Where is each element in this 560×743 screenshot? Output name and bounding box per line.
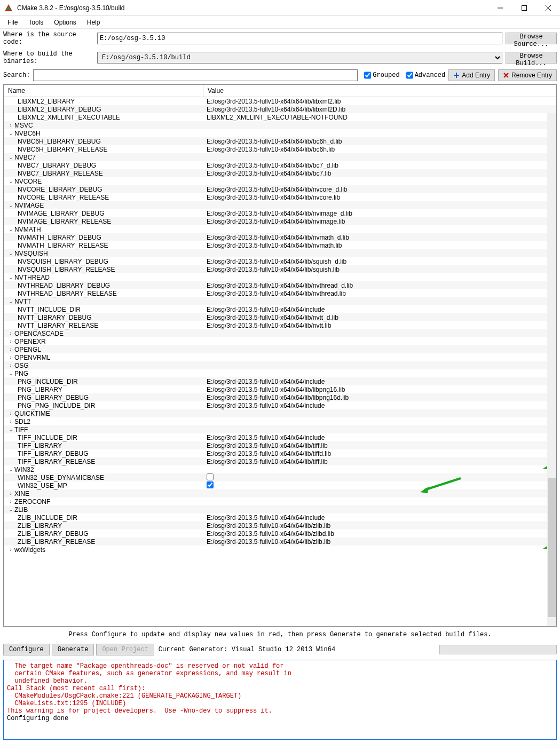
table-row[interactable]: NVBC7_LIBRARY_RELEASEE:/osg/3rd-2013.5-f… [4, 169, 556, 177]
browse-build-button[interactable]: Browse Build... [506, 52, 557, 64]
chevron-down-icon[interactable]: ⌄ [7, 507, 14, 512]
table-row[interactable]: NVSQUISH_LIBRARY_DEBUGE:/osg/3rd-2013.5-… [4, 257, 556, 265]
chevron-right-icon[interactable]: › [7, 418, 14, 424]
generate-button[interactable]: Generate [52, 644, 94, 655]
entry-value[interactable]: LIBXML2_XMLLINT_EXECUTABLE-NOTFOUND [203, 114, 556, 121]
scrollbar[interactable] [547, 113, 556, 626]
scrollbar-thumb[interactable] [548, 478, 556, 617]
table-row[interactable]: ›OPENCASCADE [4, 329, 556, 337]
configure-button[interactable]: Configure [3, 644, 50, 655]
table-row[interactable]: NVTT_LIBRARY_DEBUGE:/osg/3rd-2013.5-full… [4, 313, 556, 321]
entry-value[interactable]: E:/osg/3rd-2013.5-fullv10-x64/x64/includ… [203, 402, 556, 409]
chevron-down-icon[interactable]: ⌄ [7, 370, 14, 376]
table-row[interactable]: WIN32_USE_DYNAMICBASE [4, 473, 556, 481]
table-row[interactable]: LIBXML2_LIBRARYE:/osg/3rd-2013.5-fullv10… [4, 97, 556, 105]
entry-value[interactable]: E:/osg/3rd-2013.5-fullv10-x64/x64/lib/nv… [203, 322, 556, 329]
table-row[interactable]: ⌄NVTHREAD [4, 273, 556, 281]
chevron-right-icon[interactable]: › [7, 338, 14, 344]
entry-value[interactable]: E:/osg/3rd-2013.5-fullv10-x64/x64/lib/zl… [203, 522, 556, 529]
table-row[interactable]: ›QUICKTIME [4, 409, 556, 417]
table-row[interactable]: NVCORE_LIBRARY_RELEASEE:/osg/3rd-2013.5-… [4, 193, 556, 201]
chevron-right-icon[interactable]: › [7, 362, 14, 368]
chevron-right-icon[interactable]: › [7, 547, 14, 552]
entry-value[interactable]: E:/osg/3rd-2013.5-fullv10-x64/x64/lib/li… [203, 98, 556, 105]
entry-value[interactable]: E:/osg/3rd-2013.5-fullv10-x64/x64/lib/sq… [203, 266, 556, 273]
close-button[interactable] [536, 0, 560, 16]
grouped-checkbox[interactable]: Grouped [364, 69, 399, 81]
entry-value[interactable]: E:/osg/3rd-2013.5-fullv10-x64/x64/lib/ti… [203, 458, 556, 465]
entry-value[interactable]: E:/osg/3rd-2013.5-fullv10-x64/x64/lib/bc… [203, 138, 556, 145]
entry-value[interactable]: E:/osg/3rd-2013.5-fullv10-x64/x64/includ… [203, 306, 556, 313]
entry-value[interactable]: E:/osg/3rd-2013.5-fullv10-x64/x64/lib/nv… [203, 314, 556, 321]
chevron-right-icon[interactable]: › [7, 491, 14, 496]
value-checkbox[interactable] [207, 473, 214, 480]
table-row[interactable]: NVTT_LIBRARY_RELEASEE:/osg/3rd-2013.5-fu… [4, 321, 556, 329]
entry-value[interactable]: E:/osg/3rd-2013.5-fullv10-x64/x64/lib/nv… [203, 194, 556, 201]
table-row[interactable]: ZLIB_LIBRARY_RELEASEE:/osg/3rd-2013.5-fu… [4, 538, 556, 546]
chevron-down-icon[interactable]: ⌄ [7, 298, 14, 304]
remove-entry-button[interactable]: Remove Entry [498, 69, 557, 81]
table-row[interactable]: NVMATH_LIBRARY_RELEASEE:/osg/3rd-2013.5-… [4, 241, 556, 249]
table-row[interactable]: ⌄NVCORE [4, 177, 556, 185]
entry-value[interactable]: E:/osg/3rd-2013.5-fullv10-x64/x64/lib/nv… [203, 218, 556, 225]
table-row[interactable]: ›MSVC [4, 121, 556, 129]
source-path-input[interactable] [97, 33, 502, 44]
chevron-right-icon[interactable]: › [7, 354, 14, 360]
entry-value[interactable]: E:/osg/3rd-2013.5-fullv10-x64/x64/includ… [203, 378, 556, 385]
table-row[interactable]: ⌄WIN32 [4, 465, 556, 473]
table-row[interactable]: ›SDL2 [4, 417, 556, 425]
table-row[interactable]: ›OSG [4, 361, 556, 369]
table-row[interactable]: NVTT_INCLUDE_DIRE:/osg/3rd-2013.5-fullv1… [4, 305, 556, 313]
chevron-down-icon[interactable]: ⌄ [7, 178, 14, 184]
table-row[interactable]: PNG_LIBRARYE:/osg/3rd-2013.5-fullv10-x64… [4, 385, 556, 393]
entry-value[interactable]: E:/osg/3rd-2013.5-fullv10-x64/x64/lib/zl… [203, 530, 556, 538]
chevron-down-icon[interactable]: ⌄ [7, 250, 14, 256]
table-row[interactable]: PNG_INCLUDE_DIRE:/osg/3rd-2013.5-fullv10… [4, 377, 556, 385]
chevron-right-icon[interactable]: › [7, 330, 14, 336]
table-row[interactable]: PNG_LIBRARY_DEBUGE:/osg/3rd-2013.5-fullv… [4, 393, 556, 401]
entry-value[interactable]: E:/osg/3rd-2013.5-fullv10-x64/x64/lib/nv… [203, 282, 556, 289]
search-input[interactable] [33, 69, 358, 81]
table-row[interactable]: TIFF_LIBRARYE:/osg/3rd-2013.5-fullv10-x6… [4, 441, 556, 449]
entry-value[interactable]: E:/osg/3rd-2013.5-fullv10-x64/x64/lib/bc… [203, 170, 556, 177]
chevron-down-icon[interactable]: ⌄ [7, 130, 14, 136]
chevron-down-icon[interactable]: ⌄ [7, 202, 14, 208]
value-checkbox[interactable] [207, 481, 214, 488]
chevron-right-icon[interactable]: › [7, 122, 14, 128]
table-row[interactable]: ⌄NVBC6H [4, 129, 556, 137]
entry-value[interactable] [203, 473, 556, 482]
minimize-button[interactable] [488, 0, 512, 16]
entry-value[interactable]: E:/osg/3rd-2013.5-fullv10-x64/x64/lib/zl… [203, 538, 556, 546]
chevron-down-icon[interactable]: ⌄ [7, 274, 14, 280]
entry-value[interactable]: E:/osg/3rd-2013.5-fullv10-x64/x64/lib/sq… [203, 258, 556, 265]
table-row[interactable]: ⌄ZLIB [4, 505, 556, 513]
entry-value[interactable]: E:/osg/3rd-2013.5-fullv10-x64/x64/lib/li… [203, 106, 556, 113]
entry-value[interactable]: E:/osg/3rd-2013.5-fullv10-x64/x64/lib/ti… [203, 442, 556, 449]
table-row[interactable]: ⌄NVMATH [4, 225, 556, 233]
entry-value[interactable]: E:/osg/3rd-2013.5-fullv10-x64/x64/lib/nv… [203, 290, 556, 297]
table-row[interactable]: TIFF_INCLUDE_DIRE:/osg/3rd-2013.5-fullv1… [4, 433, 556, 441]
open-project-button[interactable]: Open Project [96, 644, 154, 655]
table-row[interactable]: NVCORE_LIBRARY_DEBUGE:/osg/3rd-2013.5-fu… [4, 185, 556, 193]
table-row[interactable]: NVBC7_LIBRARY_DEBUGE:/osg/3rd-2013.5-ful… [4, 161, 556, 169]
table-row[interactable]: NVTHREAD_LIBRARY_RELEASEE:/osg/3rd-2013.… [4, 289, 556, 297]
table-row[interactable]: NVBC6H_LIBRARY_RELEASEE:/osg/3rd-2013.5-… [4, 145, 556, 153]
table-row[interactable]: ›ZEROCONF [4, 497, 556, 505]
chevron-right-icon[interactable]: › [7, 346, 14, 352]
chevron-right-icon[interactable]: › [7, 499, 14, 504]
table-row[interactable]: ›OPENEXR [4, 337, 556, 345]
entry-value[interactable]: E:/osg/3rd-2013.5-fullv10-x64/x64/lib/nv… [203, 210, 556, 217]
entry-value[interactable]: E:/osg/3rd-2013.5-fullv10-x64/x64/lib/ti… [203, 450, 556, 457]
menu-tools[interactable]: Tools [23, 18, 49, 27]
table-row[interactable]: ZLIB_LIBRARYE:/osg/3rd-2013.5-fullv10-x6… [4, 521, 556, 529]
table-row[interactable]: ZLIB_LIBRARY_DEBUGE:/osg/3rd-2013.5-full… [4, 529, 556, 538]
table-row[interactable]: ›OPENGL [4, 345, 556, 353]
chevron-down-icon[interactable]: ⌄ [7, 467, 14, 472]
table-row[interactable]: ⌄NVBC7 [4, 153, 556, 161]
column-header-name[interactable]: Name [4, 85, 203, 97]
browse-source-button[interactable]: Browse Source... [506, 33, 557, 44]
table-row[interactable]: LIBXML2_XMLLINT_EXECUTABLELIBXML2_XMLLIN… [4, 113, 556, 121]
entry-value[interactable]: E:/osg/3rd-2013.5-fullv10-x64/x64/lib/li… [203, 386, 556, 393]
entry-value[interactable]: E:/osg/3rd-2013.5-fullv10-x64/x64/lib/li… [203, 394, 556, 401]
entry-value[interactable]: E:/osg/3rd-2013.5-fullv10-x64/x64/lib/nv… [203, 234, 556, 241]
